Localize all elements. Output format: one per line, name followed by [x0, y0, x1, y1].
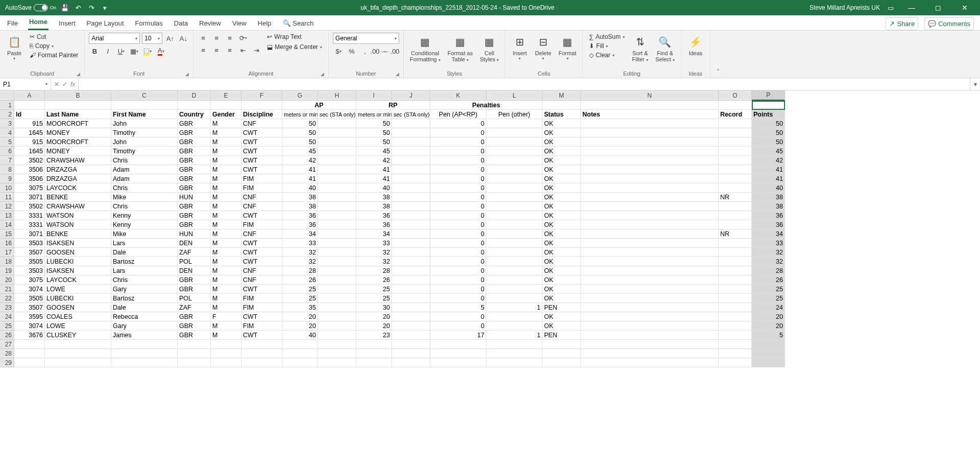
cell[interactable] — [581, 211, 719, 220]
row-header[interactable]: 5 — [0, 137, 14, 147]
cell[interactable]: OK — [543, 321, 581, 331]
cell[interactable]: 3331 — [14, 220, 45, 229]
bold-button[interactable]: B — [89, 46, 100, 56]
header-cell[interactable]: Id — [14, 110, 45, 119]
cell[interactable] — [14, 101, 45, 110]
col-header[interactable]: L — [486, 90, 543, 101]
cell[interactable]: Chris — [111, 275, 178, 285]
cell[interactable] — [45, 340, 111, 349]
cell[interactable]: M — [211, 331, 241, 340]
cell[interactable]: OK — [543, 174, 581, 183]
cell[interactable]: GBR — [178, 220, 211, 229]
cell[interactable]: 32 — [752, 248, 785, 257]
cell[interactable]: 32 — [356, 257, 392, 266]
cell[interactable] — [543, 340, 581, 349]
cell[interactable]: 38 — [282, 193, 318, 202]
cell[interactable]: 915 — [14, 137, 45, 147]
number-format-select[interactable]: General▾ — [333, 33, 399, 44]
cell[interactable]: M — [211, 321, 241, 331]
cell[interactable]: 50 — [282, 119, 318, 128]
cell[interactable] — [392, 211, 430, 220]
cell[interactable]: 5 — [752, 331, 785, 340]
cell[interactable]: M — [211, 156, 241, 165]
cell[interactable]: 36 — [752, 211, 785, 220]
cell[interactable]: John — [111, 119, 178, 128]
cell[interactable] — [211, 101, 241, 110]
cell[interactable] — [318, 248, 356, 257]
cell[interactable] — [719, 294, 752, 303]
cell[interactable]: 23 — [356, 331, 392, 340]
row-header[interactable]: 27 — [0, 340, 14, 349]
cell[interactable]: 0 — [430, 211, 486, 220]
cell[interactable]: 3331 — [14, 211, 45, 220]
borders-button[interactable]: ▦▾ — [129, 46, 140, 56]
spreadsheet-grid[interactable]: ABCDEFGHIJKLMNOP1APRPPenalties2IdLast Na… — [0, 90, 980, 466]
cut-button[interactable]: ✂Cut — [28, 33, 80, 41]
cell[interactable]: ZAF — [178, 303, 211, 312]
cell[interactable]: 20 — [282, 312, 318, 321]
cell[interactable] — [581, 312, 719, 321]
cell[interactable]: Mike — [111, 229, 178, 239]
cell[interactable] — [486, 266, 543, 275]
cell[interactable]: 42 — [356, 156, 392, 165]
cell[interactable]: Rebecca — [111, 312, 178, 321]
align-bottom-icon[interactable]: ≡ — [224, 33, 235, 43]
cell[interactable]: GBR — [178, 147, 211, 156]
font-name-select[interactable]: Arial▾ — [89, 33, 140, 44]
cell[interactable] — [318, 321, 356, 331]
cell[interactable]: OK — [543, 156, 581, 165]
cell[interactable]: FIM — [241, 294, 282, 303]
cell[interactable]: 28 — [752, 266, 785, 275]
cell[interactable] — [719, 156, 752, 165]
col-header[interactable]: E — [211, 90, 241, 101]
percent-format-icon[interactable]: % — [346, 46, 357, 56]
cell[interactable]: CNF — [241, 266, 282, 275]
cell[interactable]: Chris — [111, 156, 178, 165]
cell[interactable]: 42 — [282, 156, 318, 165]
cell[interactable]: 20 — [752, 321, 785, 331]
row-header[interactable]: 2 — [0, 110, 14, 119]
conditional-formatting-button[interactable]: ▦ Conditional Formatting ▾ — [408, 33, 443, 63]
cell[interactable] — [486, 248, 543, 257]
cell[interactable] — [719, 248, 752, 257]
cell[interactable]: OK — [543, 165, 581, 174]
cell[interactable]: Dale — [111, 248, 178, 257]
row-header[interactable]: 22 — [0, 294, 14, 303]
undo-icon[interactable]: ↶ — [74, 3, 83, 12]
cell[interactable]: 3075 — [14, 275, 45, 285]
cell[interactable]: POL — [178, 257, 211, 266]
cell[interactable]: FIM — [241, 321, 282, 331]
cell[interactable]: 45 — [752, 147, 785, 156]
cell[interactable]: CRAWSHAW — [45, 202, 111, 211]
cell[interactable] — [430, 340, 486, 349]
italic-button[interactable]: I — [102, 46, 113, 56]
cell[interactable] — [178, 340, 211, 349]
cell[interactable]: 3502 — [14, 156, 45, 165]
cell[interactable] — [282, 349, 318, 358]
cell[interactable] — [392, 128, 430, 137]
cell[interactable]: 36 — [356, 220, 392, 229]
cell[interactable]: 50 — [752, 128, 785, 137]
cell[interactable]: 26 — [356, 275, 392, 285]
cell[interactable]: 36 — [282, 211, 318, 220]
cell[interactable] — [581, 349, 719, 358]
cell[interactable]: 20 — [282, 321, 318, 331]
cell[interactable]: LAYCOCK — [45, 275, 111, 285]
cell[interactable]: 0 — [430, 119, 486, 128]
cell[interactable]: OK — [543, 248, 581, 257]
cell[interactable]: M — [211, 174, 241, 183]
cell[interactable]: GOOSEN — [45, 303, 111, 312]
cell[interactable] — [356, 349, 392, 358]
cell[interactable]: 17 — [430, 331, 486, 340]
cell[interactable]: 3503 — [14, 239, 45, 248]
delete-cells-button[interactable]: ⊟Delete▾ — [533, 33, 553, 62]
tab-insert[interactable]: Insert — [58, 16, 77, 30]
tab-review[interactable]: Review — [198, 16, 222, 30]
cell[interactable]: 36 — [356, 211, 392, 220]
cell[interactable] — [392, 165, 430, 174]
cell-styles-button[interactable]: ▦ Cell Styles ▾ — [478, 33, 501, 63]
cell[interactable] — [392, 294, 430, 303]
header-cell[interactable]: meters or min — [282, 110, 318, 119]
cell[interactable]: OK — [543, 137, 581, 147]
cell[interactable]: 28 — [356, 266, 392, 275]
